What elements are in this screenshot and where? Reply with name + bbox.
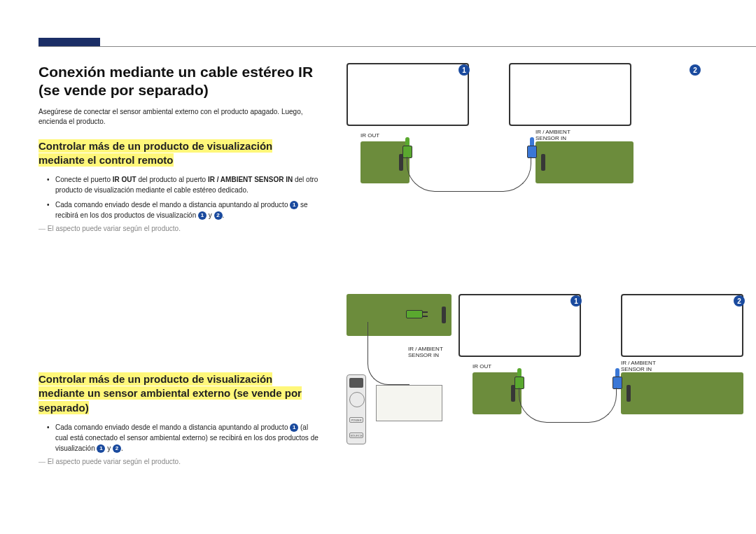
section1-bullets: Conecte el puerto IR OUT del producto al… [47, 174, 318, 220]
port-box-icon [621, 372, 743, 414]
cable-icon [519, 388, 617, 423]
bullet-item: Cada comando enviado desde el mando a di… [47, 422, 318, 454]
bullet-item: Conecte el puerto IR OUT del producto al… [47, 174, 318, 195]
left-column: Conexión mediante un cable estéreo IR (s… [38, 63, 318, 478]
port-label: IR / AMBIENT SENSOR IN [621, 360, 670, 373]
section1-note: El aspecto puede variar según el product… [38, 225, 318, 232]
badge-2-icon: 2 [734, 295, 745, 307]
port-label: IR / AMBIENT SENSOR IN [408, 346, 457, 359]
diagram-top: 1 2 IR OUT IR / AMBIENT SENSOR IN [346, 63, 718, 238]
badge-1-icon: 1 [458, 64, 470, 76]
top-rule [38, 46, 756, 47]
cable-icon [368, 322, 410, 385]
badge-1-icon: 1 [290, 201, 298, 209]
section1-heading: Controlar más de un producto de visualiz… [38, 139, 318, 168]
port-label: IR / AMBIENT SENSOR IN [536, 129, 584, 142]
audio-plug-blue-icon [527, 137, 537, 158]
badge-2-icon: 2 [214, 211, 223, 220]
audio-plug-green-icon [402, 137, 412, 158]
monitor-icon [346, 63, 469, 126]
audio-plug-green-icon [514, 368, 524, 389]
diagram-bottom: 1 2 IR / AMBIENT SENSOR IN POWER SOURCE … [346, 294, 718, 455]
badge-1-icon: 1 [290, 423, 298, 432]
section2-bullets: Cada comando enviado desde el mando a di… [47, 422, 318, 454]
section2-note: El aspecto puede variar según el product… [38, 458, 318, 465]
remote-control-icon: POWER SOURCE [346, 374, 366, 444]
sensor-box-icon [376, 385, 442, 421]
main-content: Conexión mediante un cable estéreo IR (s… [38, 63, 718, 478]
cable-icon [407, 157, 531, 192]
monitor-icon [621, 294, 743, 357]
port-label: IR OUT [360, 133, 379, 139]
accent-bar [38, 38, 100, 46]
page-title: Conexión mediante un cable estéreo IR (s… [38, 63, 318, 100]
audio-plug-blue-icon [612, 368, 622, 389]
ir-plug-icon [406, 308, 428, 321]
intro-paragraph: Asegúrese de conectar el sensor ambienta… [38, 107, 318, 127]
monitor-icon [509, 63, 631, 126]
bullet-item: Cada comando enviado desde el mando a di… [47, 199, 318, 220]
port-box-icon [536, 141, 634, 183]
badge-1-icon: 1 [570, 295, 582, 307]
badge-1-icon: 1 [198, 211, 206, 220]
badge-2-icon: 2 [113, 444, 121, 453]
badge-1-icon: 1 [97, 444, 105, 453]
right-column: 1 2 IR OUT IR / AMBIENT SENSOR IN 1 2 IR… [346, 63, 718, 478]
badge-2-icon: 2 [690, 64, 701, 76]
port-label: IR OUT [472, 364, 491, 370]
section2-heading: Controlar más de un producto de visualiz… [38, 372, 318, 415]
monitor-icon [458, 294, 581, 357]
